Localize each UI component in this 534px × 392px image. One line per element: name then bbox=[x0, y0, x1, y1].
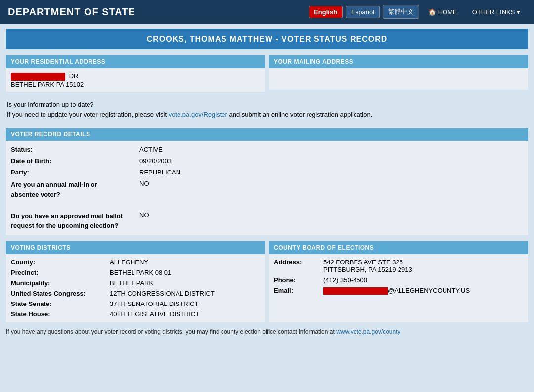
voting-districts-box: VOTING DISTRICTS County: ALLEGHENY Preci… bbox=[6, 241, 265, 322]
info-line1: Is your information up to date? bbox=[7, 100, 527, 110]
english-lang-button[interactable]: English bbox=[309, 6, 343, 18]
mailing-address-box: YOUR MAILING ADDRESS bbox=[269, 55, 528, 92]
vd-value-precinct: BETHEL PARK 08 01 bbox=[110, 269, 171, 276]
department-title: DEPARTMENT OF STATE bbox=[8, 6, 135, 18]
detail-label-party: Party: bbox=[11, 169, 139, 176]
vd-row-precinct: Precinct: BETHEL PARK 08 01 bbox=[11, 267, 260, 278]
detail-label-dob: Date of Birth: bbox=[11, 157, 139, 165]
detail-label-mailballot: Do you have an approved mail ballotreque… bbox=[11, 211, 139, 230]
info-text: Is your information up to date? If you n… bbox=[6, 97, 528, 124]
vd-label-municipality: Municipality: bbox=[11, 279, 110, 287]
vd-row-congress: United States Congress: 12TH CONGRESSION… bbox=[11, 288, 260, 299]
residential-address-content: DR BETHEL PARK PA 15102 bbox=[6, 68, 265, 92]
voting-districts-table: County: ALLEGHENY Precinct: BETHEL PARK … bbox=[6, 254, 265, 322]
info-line2: If you need to update your voter registr… bbox=[7, 110, 527, 120]
vd-label-senate: State Senate: bbox=[11, 300, 110, 307]
county-board-header: COUNTY BOARD OF ELECTIONS bbox=[269, 241, 528, 254]
cb-label-email: Email: bbox=[274, 287, 323, 294]
residential-address-box: YOUR RESIDENTIAL ADDRESS DR BETHEL PARK … bbox=[6, 55, 265, 92]
county-board-table: Address: 542 FORBES AVE STE 326PITTSBURG… bbox=[269, 254, 528, 299]
street-suffix: DR bbox=[69, 72, 79, 80]
residential-street: DR bbox=[11, 72, 260, 81]
detail-row-status: Status: ACTIVE bbox=[11, 144, 523, 155]
cb-value-address: 542 FORBES AVE STE 326PITTSBURGH, PA 152… bbox=[323, 259, 412, 273]
bottom-row: VOTING DISTRICTS County: ALLEGHENY Preci… bbox=[6, 241, 528, 322]
page-header: DEPARTMENT OF STATE English Español 繁體中文… bbox=[0, 0, 534, 24]
vd-value-senate: 37TH SENATORIAL DISTRICT bbox=[110, 300, 199, 307]
voter-record-details-header: VOTER RECORD DETAILS bbox=[6, 128, 528, 141]
footer-text-prefix: If you have any questions about your vot… bbox=[6, 328, 336, 335]
cb-label-address: Address: bbox=[274, 259, 323, 266]
home-nav-link[interactable]: 🏠 HOME bbox=[422, 6, 463, 18]
vd-label-house: State House: bbox=[11, 310, 110, 318]
page-title: CROOKS, THOMAS MATTHEW - VOTER STATUS RE… bbox=[6, 29, 528, 49]
vd-row-municipality: Municipality: BETHEL PARK bbox=[11, 278, 260, 288]
detail-row-dob: Date of Birth: 09/20/2003 bbox=[11, 155, 523, 167]
mailing-address-content bbox=[269, 68, 528, 90]
address-row: YOUR RESIDENTIAL ADDRESS DR BETHEL PARK … bbox=[6, 55, 528, 92]
vd-row-senate: State Senate: 37TH SENATORIAL DISTRICT bbox=[11, 299, 260, 309]
residential-address-header: YOUR RESIDENTIAL ADDRESS bbox=[6, 55, 265, 68]
residential-city-state-zip: BETHEL PARK PA 15102 bbox=[11, 81, 260, 88]
chinese-lang-button[interactable]: 繁體中文 bbox=[383, 5, 419, 19]
detail-row-mailin: Are you an annual mail-in orabsentee vot… bbox=[11, 178, 523, 201]
cb-value-email: @ALLEGHENYCOUNTY.US bbox=[323, 287, 470, 295]
detail-label-mailin: Are you an annual mail-in orabsentee vot… bbox=[11, 180, 139, 199]
home-icon: 🏠 bbox=[428, 8, 438, 16]
vd-row-county: County: ALLEGHENY bbox=[11, 257, 260, 267]
vd-value-municipality: BETHEL PARK bbox=[110, 279, 153, 287]
redacted-email bbox=[323, 287, 388, 295]
cb-row-phone: Phone: (412) 350-4500 bbox=[274, 275, 523, 285]
voting-districts-header: VOTING DISTRICTS bbox=[6, 241, 265, 254]
vd-value-congress: 12TH CONGRESSIONAL DISTRICT bbox=[110, 290, 215, 297]
vd-label-county: County: bbox=[11, 259, 110, 266]
cb-label-phone: Phone: bbox=[274, 276, 323, 284]
vd-label-congress: United States Congress: bbox=[11, 290, 110, 297]
cb-value-phone: (412) 350-4500 bbox=[323, 276, 367, 284]
detail-row-mailballot: Do you have an approved mail ballotreque… bbox=[11, 209, 523, 232]
county-board-box: COUNTY BOARD OF ELECTIONS Address: 542 F… bbox=[269, 241, 528, 322]
nav-links: English Español 繁體中文 🏠 HOME OTHER LINKS … bbox=[309, 5, 526, 19]
vd-value-county: ALLEGHENY bbox=[110, 259, 148, 266]
detail-value-dob: 09/20/2003 bbox=[139, 157, 172, 165]
county-link[interactable]: www.vote.pa.gov/county bbox=[336, 328, 400, 335]
voter-record-details-table: Status: ACTIVE Date of Birth: 09/20/2003… bbox=[6, 141, 528, 235]
redacted-street-number bbox=[11, 73, 65, 81]
vd-row-house: State House: 40TH LEGISLATIVE DISTRICT bbox=[11, 309, 260, 319]
voter-record-details-section: VOTER RECORD DETAILS Status: ACTIVE Date… bbox=[6, 128, 528, 235]
espanol-lang-button[interactable]: Español bbox=[346, 6, 380, 18]
register-link[interactable]: vote.pa.gov/Register bbox=[169, 111, 227, 118]
detail-value-mailin: NO bbox=[139, 180, 149, 187]
cb-row-email: Email: @ALLEGHENYCOUNTY.US bbox=[274, 285, 523, 296]
detail-label-status: Status: bbox=[11, 146, 139, 153]
cb-row-address: Address: 542 FORBES AVE STE 326PITTSBURG… bbox=[274, 257, 523, 275]
detail-value-status: ACTIVE bbox=[139, 146, 163, 153]
vd-label-precinct: Precinct: bbox=[11, 269, 110, 276]
other-links-nav[interactable]: OTHER LINKS ▾ bbox=[466, 6, 526, 18]
detail-value-mailballot: NO bbox=[139, 211, 149, 218]
detail-row-party: Party: REPUBLICAN bbox=[11, 167, 523, 178]
main-content: CROOKS, THOMAS MATTHEW - VOTER STATUS RE… bbox=[0, 24, 534, 392]
footer-text: If you have any questions about your vot… bbox=[6, 328, 528, 335]
detail-value-party: REPUBLICAN bbox=[139, 169, 180, 176]
mailing-address-header: YOUR MAILING ADDRESS bbox=[269, 55, 528, 68]
vd-value-house: 40TH LEGISLATIVE DISTRICT bbox=[110, 310, 199, 318]
